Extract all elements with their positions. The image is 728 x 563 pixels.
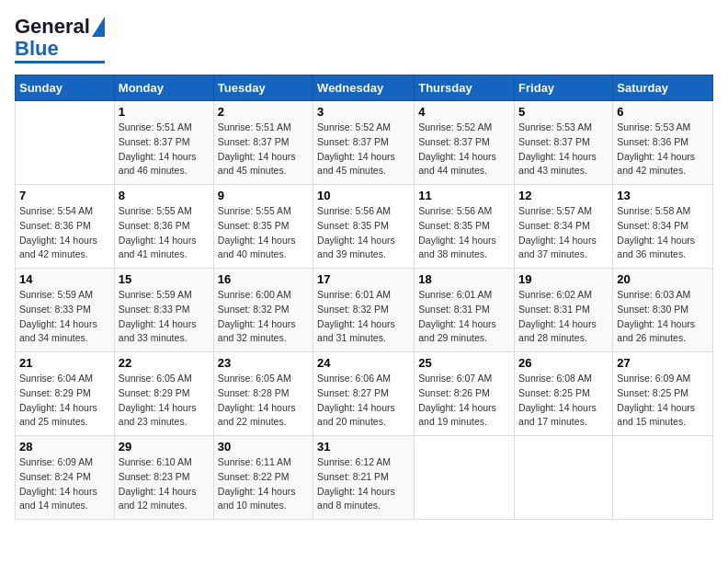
calendar-week-row: 14Sunrise: 5:59 AM Sunset: 8:33 PM Dayli… — [16, 269, 713, 352]
day-number: 5 — [518, 105, 609, 119]
calendar-week-row: 21Sunrise: 6:04 AM Sunset: 8:29 PM Dayli… — [16, 352, 713, 436]
day-info: Sunrise: 5:59 AM Sunset: 8:33 PM Dayligh… — [19, 288, 110, 346]
calendar-week-row: 1Sunrise: 5:51 AM Sunset: 8:37 PM Daylig… — [16, 101, 713, 185]
logo-blue-text: Blue — [15, 39, 59, 59]
day-number: 22 — [119, 356, 210, 370]
calendar-day-cell: 4Sunrise: 5:52 AM Sunset: 8:37 PM Daylig… — [415, 101, 515, 185]
day-info: Sunrise: 5:51 AM Sunset: 8:37 PM Dayligh… — [218, 121, 309, 178]
day-number: 29 — [119, 440, 210, 454]
day-info: Sunrise: 6:01 AM Sunset: 8:32 PM Dayligh… — [317, 288, 410, 346]
calendar-day-cell: 21Sunrise: 6:04 AM Sunset: 8:29 PM Dayli… — [16, 352, 115, 436]
day-number: 6 — [617, 105, 709, 119]
logo-general-text: General — [15, 15, 90, 39]
weekday-header: Saturday — [613, 75, 713, 101]
calendar-day-cell: 7Sunrise: 5:54 AM Sunset: 8:36 PM Daylig… — [16, 185, 115, 269]
calendar-day-cell — [415, 436, 515, 520]
day-info: Sunrise: 6:01 AM Sunset: 8:31 PM Dayligh… — [418, 288, 510, 346]
day-info: Sunrise: 6:00 AM Sunset: 8:32 PM Dayligh… — [218, 288, 309, 346]
day-number: 4 — [418, 105, 510, 119]
day-info: Sunrise: 5:57 AM Sunset: 8:34 PM Dayligh… — [518, 204, 609, 262]
day-number: 31 — [317, 440, 410, 454]
svg-marker-0 — [92, 17, 105, 37]
calendar-day-cell: 20Sunrise: 6:03 AM Sunset: 8:30 PM Dayli… — [613, 269, 713, 352]
day-number: 17 — [317, 272, 410, 286]
calendar-day-cell: 10Sunrise: 5:56 AM Sunset: 8:35 PM Dayli… — [313, 185, 415, 269]
day-info: Sunrise: 6:09 AM Sunset: 8:24 PM Dayligh… — [19, 455, 110, 513]
day-number: 1 — [119, 105, 210, 119]
day-info: Sunrise: 6:05 AM Sunset: 8:29 PM Dayligh… — [119, 372, 210, 430]
day-number: 18 — [418, 272, 510, 286]
day-number: 7 — [19, 189, 110, 202]
day-info: Sunrise: 6:11 AM Sunset: 8:22 PM Dayligh… — [218, 455, 309, 513]
calendar-day-cell: 23Sunrise: 6:05 AM Sunset: 8:28 PM Dayli… — [213, 352, 313, 436]
calendar-day-cell: 16Sunrise: 6:00 AM Sunset: 8:32 PM Dayli… — [213, 269, 313, 352]
calendar-day-cell: 25Sunrise: 6:07 AM Sunset: 8:26 PM Dayli… — [415, 352, 515, 436]
page-header: General Blue — [15, 15, 713, 63]
calendar-day-cell: 9Sunrise: 5:55 AM Sunset: 8:35 PM Daylig… — [213, 185, 313, 269]
calendar-day-cell: 2Sunrise: 5:51 AM Sunset: 8:37 PM Daylig… — [213, 101, 313, 185]
day-info: Sunrise: 5:55 AM Sunset: 8:36 PM Dayligh… — [119, 204, 210, 262]
weekday-header: Monday — [114, 75, 213, 101]
calendar-day-cell: 19Sunrise: 6:02 AM Sunset: 8:31 PM Dayli… — [515, 269, 613, 352]
day-info: Sunrise: 6:12 AM Sunset: 8:21 PM Dayligh… — [317, 455, 410, 513]
calendar-day-cell: 29Sunrise: 6:10 AM Sunset: 8:23 PM Dayli… — [114, 436, 213, 520]
calendar-day-cell: 27Sunrise: 6:09 AM Sunset: 8:25 PM Dayli… — [613, 352, 713, 436]
day-info: Sunrise: 6:10 AM Sunset: 8:23 PM Dayligh… — [119, 455, 210, 513]
day-info: Sunrise: 5:58 AM Sunset: 8:34 PM Dayligh… — [617, 204, 709, 262]
calendar-day-cell: 31Sunrise: 6:12 AM Sunset: 8:21 PM Dayli… — [313, 436, 415, 520]
calendar-day-cell: 17Sunrise: 6:01 AM Sunset: 8:32 PM Dayli… — [313, 269, 415, 352]
day-info: Sunrise: 5:52 AM Sunset: 8:37 PM Dayligh… — [418, 121, 510, 178]
day-info: Sunrise: 6:07 AM Sunset: 8:26 PM Dayligh… — [418, 372, 510, 430]
day-number: 20 — [617, 272, 709, 286]
calendar-day-cell: 14Sunrise: 5:59 AM Sunset: 8:33 PM Dayli… — [16, 269, 115, 352]
day-number: 14 — [19, 272, 110, 286]
day-number: 23 — [218, 356, 309, 370]
day-info: Sunrise: 5:51 AM Sunset: 8:37 PM Dayligh… — [119, 121, 210, 178]
day-number: 21 — [19, 356, 110, 370]
calendar-day-cell: 26Sunrise: 6:08 AM Sunset: 8:25 PM Dayli… — [515, 352, 613, 436]
day-info: Sunrise: 5:54 AM Sunset: 8:36 PM Dayligh… — [19, 204, 110, 262]
day-number: 30 — [218, 440, 309, 454]
day-info: Sunrise: 6:03 AM Sunset: 8:30 PM Dayligh… — [617, 288, 709, 346]
calendar-day-cell: 28Sunrise: 6:09 AM Sunset: 8:24 PM Dayli… — [16, 436, 115, 520]
day-number: 2 — [218, 105, 309, 119]
day-number: 26 — [518, 356, 609, 370]
weekday-header: Sunday — [16, 75, 115, 101]
day-number: 25 — [418, 356, 510, 370]
calendar-table: SundayMondayTuesdayWednesdayThursdayFrid… — [15, 75, 713, 520]
calendar-week-row: 7Sunrise: 5:54 AM Sunset: 8:36 PM Daylig… — [16, 185, 713, 269]
day-info: Sunrise: 6:09 AM Sunset: 8:25 PM Dayligh… — [617, 372, 709, 430]
calendar-day-cell: 30Sunrise: 6:11 AM Sunset: 8:22 PM Dayli… — [213, 436, 313, 520]
day-number: 11 — [418, 189, 510, 202]
day-info: Sunrise: 5:56 AM Sunset: 8:35 PM Dayligh… — [317, 204, 410, 262]
calendar-day-cell: 18Sunrise: 6:01 AM Sunset: 8:31 PM Dayli… — [415, 269, 515, 352]
day-info: Sunrise: 5:53 AM Sunset: 8:37 PM Dayligh… — [518, 121, 609, 178]
day-number: 13 — [617, 189, 709, 202]
weekday-header: Wednesday — [313, 75, 415, 101]
calendar-day-cell: 11Sunrise: 5:56 AM Sunset: 8:35 PM Dayli… — [415, 185, 515, 269]
calendar-day-cell: 8Sunrise: 5:55 AM Sunset: 8:36 PM Daylig… — [114, 185, 213, 269]
day-info: Sunrise: 5:55 AM Sunset: 8:35 PM Dayligh… — [218, 204, 309, 262]
day-number: 9 — [218, 189, 309, 202]
weekday-header: Tuesday — [213, 75, 313, 101]
day-info: Sunrise: 6:05 AM Sunset: 8:28 PM Dayligh… — [218, 372, 309, 430]
calendar-day-cell: 22Sunrise: 6:05 AM Sunset: 8:29 PM Dayli… — [114, 352, 213, 436]
day-number: 10 — [317, 189, 410, 202]
day-number: 15 — [119, 272, 210, 286]
day-number: 27 — [617, 356, 709, 370]
day-info: Sunrise: 6:06 AM Sunset: 8:27 PM Dayligh… — [317, 372, 410, 430]
calendar-day-cell: 6Sunrise: 5:53 AM Sunset: 8:36 PM Daylig… — [613, 101, 713, 185]
day-number: 24 — [317, 356, 410, 370]
day-info: Sunrise: 5:59 AM Sunset: 8:33 PM Dayligh… — [119, 288, 210, 346]
logo: General Blue — [15, 15, 105, 63]
day-info: Sunrise: 6:08 AM Sunset: 8:25 PM Dayligh… — [518, 372, 609, 430]
weekday-header: Friday — [515, 75, 613, 101]
day-number: 28 — [19, 440, 110, 454]
day-number: 19 — [518, 272, 609, 286]
calendar-day-cell: 24Sunrise: 6:06 AM Sunset: 8:27 PM Dayli… — [313, 352, 415, 436]
calendar-day-cell — [515, 436, 613, 520]
calendar-week-row: 28Sunrise: 6:09 AM Sunset: 8:24 PM Dayli… — [16, 436, 713, 520]
day-number: 3 — [317, 105, 410, 119]
calendar-day-cell: 15Sunrise: 5:59 AM Sunset: 8:33 PM Dayli… — [114, 269, 213, 352]
day-info: Sunrise: 5:52 AM Sunset: 8:37 PM Dayligh… — [317, 121, 410, 178]
